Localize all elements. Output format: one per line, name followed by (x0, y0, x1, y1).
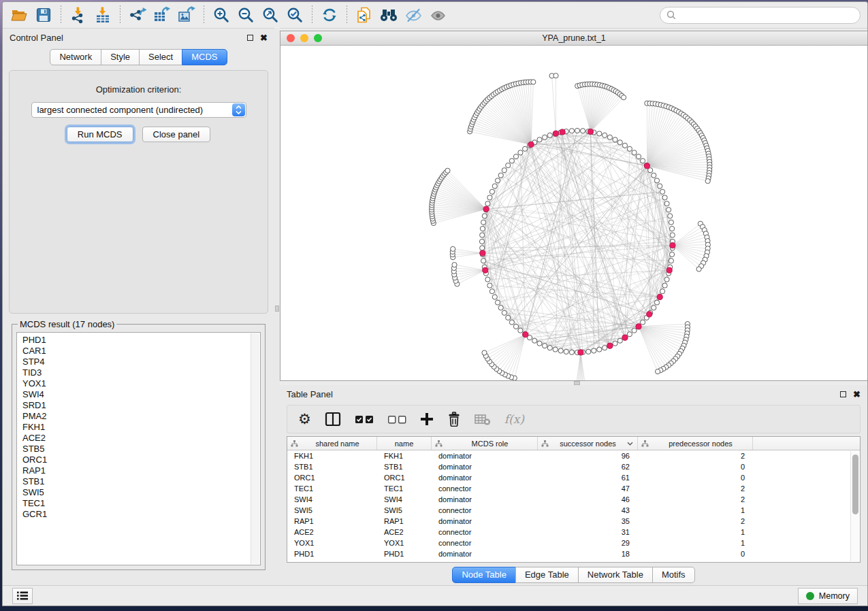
table-row[interactable]: YOX1YOX1connector291 (287, 538, 860, 548)
list-item[interactable]: STP4 (22, 357, 260, 367)
import-network-icon[interactable] (66, 4, 91, 26)
cell-predecessor-nodes[interactable]: 2 (638, 516, 753, 527)
column-header-predecessor-nodes[interactable]: predecessor nodes (638, 437, 753, 450)
cell-successor-nodes[interactable]: 29 (538, 538, 638, 548)
cell-predecessor-nodes[interactable]: 2 (638, 494, 753, 505)
cell-successor-nodes[interactable]: 46 (538, 494, 638, 505)
cell-MCDS-role[interactable]: dominator (432, 450, 538, 461)
cell-MCDS-role[interactable]: connector (432, 527, 538, 538)
function-builder-icon[interactable]: f(x) (504, 412, 524, 426)
cell-shared-name[interactable]: SWI5 (287, 505, 377, 516)
table-row[interactable]: SWI4SWI4dominator462 (287, 494, 860, 505)
list-item[interactable]: GCR1 (22, 509, 260, 520)
search-field[interactable] (660, 7, 861, 24)
cell-successor-nodes[interactable]: 31 (538, 527, 638, 538)
deselect-all-checkboxes-icon[interactable] (387, 414, 406, 424)
list-item[interactable]: TID3 (22, 367, 260, 378)
cell-name[interactable]: PHD1 (377, 548, 432, 559)
network-canvas[interactable] (280, 46, 867, 380)
run-mcds-button[interactable]: Run MCDS (67, 127, 133, 142)
delete-table-icon[interactable] (475, 412, 491, 426)
list-item[interactable]: ACE2 (22, 433, 260, 444)
float-panel-icon[interactable] (840, 391, 846, 397)
list-item[interactable]: FKH1 (22, 422, 260, 433)
tab-mcds[interactable]: MCDS (182, 49, 227, 65)
select-all-checkboxes-icon[interactable] (355, 414, 374, 424)
horizontal-splitter[interactable] (280, 381, 867, 385)
cell-MCDS-role[interactable]: dominator (432, 461, 538, 472)
cell-shared-name[interactable]: PHD1 (287, 548, 377, 559)
column-header-successor-nodes[interactable]: successor nodes (538, 437, 638, 450)
result-list-scrollbar[interactable] (251, 333, 259, 564)
cell-name[interactable]: RAP1 (377, 516, 432, 527)
delete-column-trash-icon[interactable] (447, 412, 461, 427)
close-panel-button[interactable]: Close panel (142, 127, 211, 142)
table-row[interactable]: SWI5SWI5connector431 (287, 505, 860, 516)
cell-predecessor-nodes[interactable]: 2 (638, 483, 753, 494)
list-item[interactable]: STB5 (22, 444, 260, 455)
list-item[interactable]: ORC1 (22, 455, 260, 465)
list-item[interactable]: YOX1 (22, 378, 260, 389)
cell-predecessor-nodes[interactable]: 0 (638, 472, 753, 483)
tab-motifs[interactable]: Motifs (652, 567, 695, 583)
table-row[interactable]: ORC1ORC1dominator610 (287, 472, 860, 483)
network-graph[interactable] (280, 46, 867, 380)
tab-select[interactable]: Select (139, 49, 182, 65)
tab-edge-table[interactable]: Edge Table (515, 567, 579, 583)
cell-name[interactable]: YOX1 (377, 538, 432, 548)
list-item[interactable]: SRD1 (22, 400, 260, 411)
mcds-result-list[interactable]: PHD1CAR1STP4TID3YOX1SWI4SRD1PMA2FKH1ACE2… (16, 332, 261, 565)
export-image-icon[interactable] (174, 4, 199, 26)
find-binoculars-icon[interactable] (376, 4, 401, 26)
float-panel-icon[interactable] (247, 35, 253, 41)
scrollbar-thumb[interactable] (852, 455, 858, 514)
cell-MCDS-role[interactable]: dominator (432, 494, 538, 505)
cell-shared-name[interactable]: TEC1 (287, 483, 377, 494)
refresh-layout-icon[interactable] (317, 4, 342, 26)
list-item[interactable]: TEC1 (22, 498, 260, 509)
cell-successor-nodes[interactable]: 47 (538, 483, 638, 494)
table-scrollbar[interactable] (850, 451, 859, 561)
show-all-eye-icon[interactable] (425, 4, 450, 26)
table-row[interactable]: ACE2ACE2connector311 (287, 527, 860, 538)
optimization-criterion-dropdown[interactable]: largest connected component (undirected) (31, 102, 246, 118)
cell-predecessor-nodes[interactable]: 1 (638, 527, 753, 538)
show-panels-list-icon[interactable] (12, 588, 33, 604)
list-item[interactable]: PHD1 (22, 335, 260, 346)
cell-shared-name[interactable]: ORC1 (287, 472, 377, 483)
panel-columns-icon[interactable] (325, 412, 341, 427)
cell-MCDS-role[interactable]: connector (432, 505, 538, 516)
cell-successor-nodes[interactable]: 35 (538, 516, 638, 527)
open-file-icon[interactable] (7, 4, 31, 26)
column-settings-gear-icon[interactable]: ⚙ (298, 412, 311, 427)
zoom-out-icon[interactable] (234, 4, 258, 26)
list-item[interactable]: RAP1 (22, 465, 260, 476)
cell-shared-name[interactable]: FKH1 (287, 450, 377, 461)
column-header-name[interactable]: name (377, 437, 432, 450)
cell-successor-nodes[interactable]: 62 (538, 461, 638, 472)
splitter-grip[interactable] (275, 306, 279, 312)
import-table-icon[interactable] (91, 4, 115, 26)
list-item[interactable]: PMA2 (22, 411, 260, 422)
cell-predecessor-nodes[interactable]: 1 (638, 505, 753, 516)
list-item[interactable]: STB1 (22, 476, 260, 487)
list-item[interactable]: SWI4 (22, 389, 260, 400)
cell-predecessor-nodes[interactable]: 0 (638, 461, 753, 472)
tab-style[interactable]: Style (101, 49, 140, 65)
cell-successor-nodes[interactable]: 61 (538, 472, 638, 483)
table-row[interactable]: RAP1RAP1dominator352 (287, 516, 860, 527)
column-header-MCDS-role[interactable]: MCDS role (432, 437, 538, 450)
tab-network-table[interactable]: Network Table (578, 567, 653, 583)
cell-name[interactable]: ORC1 (377, 472, 432, 483)
zoom-in-icon[interactable] (209, 4, 234, 26)
tab-node-table[interactable]: Node Table (452, 567, 516, 583)
cell-shared-name[interactable]: RAP1 (287, 516, 377, 527)
export-table-icon[interactable] (150, 4, 174, 26)
cell-MCDS-role[interactable]: dominator (432, 516, 538, 527)
add-column-icon[interactable] (420, 412, 434, 426)
cell-predecessor-nodes[interactable]: 2 (638, 450, 753, 461)
save-session-icon[interactable] (31, 4, 56, 26)
cell-name[interactable]: TEC1 (377, 483, 432, 494)
cell-successor-nodes[interactable]: 43 (538, 505, 638, 516)
cell-successor-nodes[interactable]: 18 (538, 548, 638, 559)
